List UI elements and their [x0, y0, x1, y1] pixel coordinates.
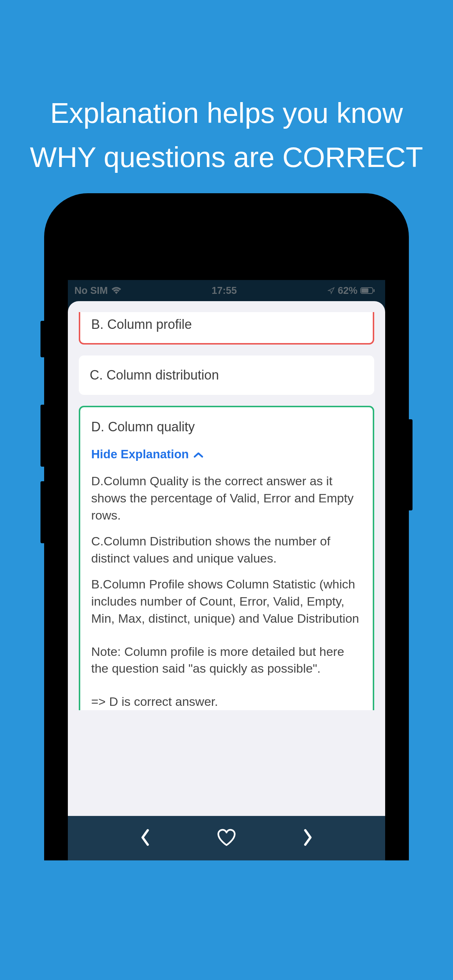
svg-rect-2 [362, 288, 368, 293]
svg-rect-1 [373, 289, 375, 292]
status-bar: No SIM 17:55 62% [68, 280, 385, 301]
favorite-button[interactable] [212, 824, 241, 853]
location-icon [327, 287, 335, 294]
option-label: D. Column quality [91, 418, 362, 446]
prev-button[interactable] [131, 824, 160, 853]
explanation-paragraph: D.Column Quality is the correct answer a… [91, 473, 362, 524]
explanation-paragraph: Note: Column profile is more detailed bu… [91, 643, 362, 678]
status-battery-percent: 62% [338, 285, 357, 296]
next-button[interactable] [293, 824, 322, 853]
wifi-icon [112, 287, 121, 294]
explanation-paragraph: => D is correct answer. [91, 693, 362, 710]
toggle-label: Hide Explanation [91, 446, 189, 463]
hide-explanation-toggle[interactable]: Hide Explanation [91, 446, 362, 473]
chevron-right-icon [302, 829, 313, 848]
chevron-up-icon [193, 446, 204, 463]
battery-icon [360, 287, 375, 294]
answer-option-d[interactable]: D. Column quality Hide Explanation D.Col… [79, 406, 374, 710]
status-time: 17:55 [212, 285, 237, 296]
phone-volume-down [40, 481, 44, 543]
explanation-paragraph: C.Column Distribution shows the number o… [91, 533, 362, 567]
explanation-paragraph: B.Column Profile shows Column Statistic … [91, 576, 362, 627]
answer-option-b[interactable]: B. Column profile [79, 312, 374, 345]
phone-screen: No SIM 17:55 62% [68, 280, 385, 861]
promo-headline: Explanation helps you know WHY questions… [0, 91, 453, 180]
heart-icon [217, 829, 236, 848]
option-label: B. Column profile [91, 317, 192, 332]
explanation-body: D.Column Quality is the correct answer a… [91, 473, 362, 710]
answer-option-c[interactable]: C. Column distribution [79, 355, 374, 395]
chevron-left-icon [140, 829, 151, 848]
phone-volume-up [40, 405, 44, 467]
question-content: B. Column profile C. Column distribution… [68, 301, 385, 816]
option-label: C. Column distribution [90, 368, 219, 382]
bottom-nav [68, 816, 385, 861]
phone-frame: No SIM 17:55 62% [44, 193, 409, 861]
phone-mute-switch [40, 321, 44, 357]
status-carrier: No SIM [74, 285, 108, 296]
phone-power-button [409, 419, 413, 511]
